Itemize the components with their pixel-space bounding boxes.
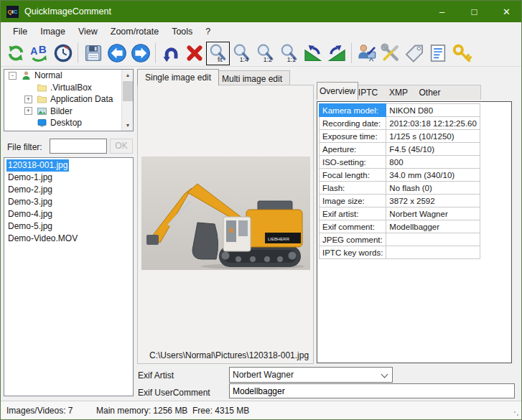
property-label: ISO-setting:: [320, 156, 386, 169]
save-button[interactable]: [81, 42, 105, 65]
file-item-label: Demo-3.jpg: [6, 196, 54, 208]
user-settings-icon: [357, 43, 377, 63]
tree-item-label: Bilder: [50, 106, 73, 116]
tree-item-application-data[interactable]: +Application Data: [4, 93, 133, 106]
property-value: Modellbagger: [386, 220, 480, 233]
settings-button[interactable]: [378, 42, 402, 65]
file-item-label: Demo-5.jpg: [6, 220, 54, 233]
table-row[interactable]: JPEG comment:: [320, 233, 480, 246]
zoom-fit-icon: fit: [208, 43, 228, 63]
chevron-down-icon[interactable]: [381, 371, 388, 378]
key-icon: [452, 43, 472, 63]
file-item[interactable]: Demo-1.jpg: [5, 172, 132, 184]
tag-button[interactable]: [402, 42, 426, 65]
rotate-right-button[interactable]: [325, 42, 348, 65]
property-value: 34.0 mm (340/10): [386, 169, 480, 182]
menu-item-zoom-rotate[interactable]: Zoom/rotate: [104, 24, 165, 39]
text-file-button[interactable]: [426, 42, 449, 65]
toolbar-separator: [351, 43, 352, 63]
property-value: [386, 246, 480, 259]
tree-item-bilder[interactable]: +Bilder: [4, 106, 133, 118]
zoom-1-2-button[interactable]: 1:2: [253, 42, 277, 65]
menu-bar: FileImageViewZoom/rotateTools?: [1, 22, 522, 40]
image-preview[interactable]: LIEBHERR: [141, 157, 310, 270]
toolbar-separator: [78, 43, 78, 63]
file-item[interactable]: Demo-3.jpg: [5, 196, 132, 208]
property-label: Exif comment:: [320, 220, 386, 233]
close-button[interactable]: ✕: [490, 1, 522, 22]
exif-usercomment-input[interactable]: [229, 383, 515, 398]
file-item[interactable]: 120318-001.jpg: [5, 159, 132, 172]
tree-expander-icon[interactable]: +: [24, 107, 32, 115]
scroll-up-icon[interactable]: ▲: [122, 70, 134, 80]
table-row[interactable]: IPTC key words:: [320, 246, 480, 259]
file-filter-input[interactable]: [50, 139, 107, 154]
menu-item-help[interactable]: ?: [199, 24, 217, 39]
undo-button[interactable]: [159, 42, 182, 65]
table-row[interactable]: Flash:No flash (0): [320, 182, 480, 195]
zoom-1-1-button[interactable]: 1:1: [277, 42, 301, 65]
table-row[interactable]: Aperture:F4.5 (45/10): [320, 143, 480, 156]
property-value: 1/125 s (10/1250): [386, 130, 480, 143]
menu-item-image[interactable]: Image: [34, 24, 72, 39]
table-row[interactable]: ISO-setting:800: [320, 156, 480, 169]
tree-expander-icon[interactable]: +: [24, 131, 32, 131]
tab-single-image-edit[interactable]: Single image edit: [137, 69, 219, 85]
resize-grip[interactable]: [513, 411, 521, 418]
next-image-button[interactable]: [129, 42, 152, 65]
text-file-icon: [428, 43, 448, 63]
menu-item-file[interactable]: File: [6, 24, 34, 39]
refresh-button[interactable]: [4, 42, 27, 65]
table-row[interactable]: Focal length:34.0 mm (340/10): [320, 169, 480, 182]
rename-button[interactable]: AB: [27, 42, 51, 65]
minimize-button[interactable]: –: [426, 1, 458, 22]
exif-artist-combobox[interactable]: Norbert Wagner: [229, 367, 393, 383]
previous-image-button[interactable]: [105, 42, 129, 65]
file-item[interactable]: Demo-2.jpg: [5, 184, 132, 196]
property-label: Exposure time:: [320, 130, 386, 143]
tab-other[interactable]: Other: [414, 85, 446, 100]
zoom-fit-button[interactable]: fit: [206, 42, 230, 65]
tree-item--virtualbox[interactable]: .VirtualBox: [4, 82, 133, 94]
user-settings-button[interactable]: [355, 42, 378, 65]
table-row[interactable]: Recording date:2012:03:18 12:12:25.60: [320, 117, 480, 130]
clock-button[interactable]: [51, 42, 75, 65]
filter-ok-button[interactable]: OK: [110, 139, 133, 154]
property-value: 800: [386, 156, 480, 169]
scroll-down-icon[interactable]: ▼: [122, 120, 134, 131]
file-item[interactable]: Demo-Video.MOV: [5, 233, 132, 245]
scroll-thumb[interactable]: [123, 81, 133, 101]
table-row[interactable]: Exposure time:1/125 s (10/1250): [320, 130, 480, 143]
zoom-1-4-button[interactable]: 1:4: [230, 42, 253, 65]
table-row[interactable]: Image size:3872 x 2592: [320, 195, 480, 207]
tree-expander-icon[interactable]: +: [24, 95, 32, 103]
folder-icon: [37, 94, 47, 104]
delete-button[interactable]: [182, 42, 206, 65]
status-images-count: Images/Videos: 7: [6, 406, 73, 416]
app-window: QIC QuickImageComment – □ ✕ FileImageVie…: [0, 0, 522, 420]
property-value: [386, 233, 480, 246]
status-bar: Images/Videos: 7 Main memory: 1256 MB Fr…: [1, 401, 522, 420]
tab-overview[interactable]: Overview: [317, 82, 358, 100]
tree-item-dokumente[interactable]: +Dokumente: [4, 129, 133, 132]
file-item[interactable]: Demo-4.jpg: [5, 208, 132, 220]
rotate-left-button[interactable]: [301, 42, 325, 65]
table-row[interactable]: Exif comment:Modellbagger: [320, 220, 480, 233]
menu-item-view[interactable]: View: [72, 24, 104, 39]
table-row[interactable]: Exif artist:Norbert Wagner: [320, 207, 480, 220]
menu-item-tools[interactable]: Tools: [165, 24, 199, 39]
tree-expander-icon[interactable]: -: [9, 72, 17, 80]
svg-text:LIEBHERR: LIEBHERR: [268, 237, 290, 241]
desktop-icon: [37, 118, 47, 128]
tree-item-normal[interactable]: -Normal: [4, 70, 133, 82]
tab-multi-image-edit[interactable]: Multi image edit: [214, 70, 290, 85]
maximize-button[interactable]: □: [458, 1, 490, 22]
tab-xmp[interactable]: XMP: [383, 85, 414, 100]
tree-scrollbar[interactable]: ▲ ▼: [121, 70, 133, 131]
tree-item-desktop[interactable]: Desktop: [4, 117, 133, 129]
file-item[interactable]: Demo-5.jpg: [5, 220, 132, 233]
table-row[interactable]: Kamera model:NIKON D80: [320, 104, 480, 117]
svg-text:A: A: [30, 45, 37, 57]
folder-icon: [37, 83, 47, 93]
key-button[interactable]: [449, 42, 473, 65]
